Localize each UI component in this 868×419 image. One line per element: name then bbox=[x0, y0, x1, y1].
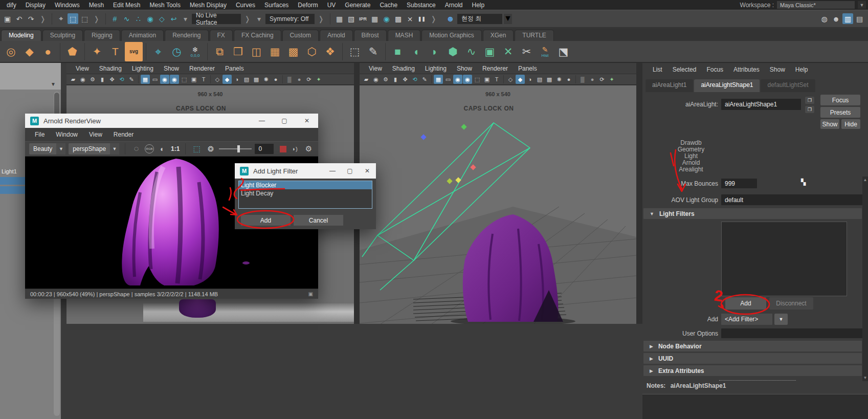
presets-button[interactable]: Presets bbox=[820, 107, 860, 118]
snap-grid-icon[interactable]: # bbox=[109, 13, 120, 24]
grid-toggle-icon[interactable]: ▦ bbox=[141, 75, 150, 84]
menu-item-generate[interactable]: Generate bbox=[340, 2, 375, 9]
pan-zoom-icon[interactable]: ✥ bbox=[107, 75, 117, 84]
menu-item-help[interactable]: Help bbox=[790, 66, 813, 73]
menu-item-focus[interactable]: Focus bbox=[701, 66, 728, 73]
snap-history-icon[interactable]: ↩ bbox=[168, 13, 179, 24]
add-button[interactable]: Add bbox=[241, 215, 291, 226]
texture-map-icon[interactable]: ▚ bbox=[801, 179, 806, 186]
subdiv-icon[interactable]: ▩ bbox=[284, 42, 302, 61]
frame-icon[interactable]: ⬚ bbox=[346, 42, 364, 61]
menu-item-renderer[interactable]: Renderer bbox=[477, 65, 513, 72]
poly-torus-icon[interactable]: ◎ bbox=[2, 42, 20, 61]
chevron-icon[interactable]: ❭ bbox=[428, 13, 439, 24]
show-button[interactable]: Show bbox=[820, 119, 839, 129]
camera-settings-icon[interactable]: ⚙ bbox=[381, 75, 390, 84]
tab-motion-graphics[interactable]: Motion Graphics bbox=[421, 30, 481, 41]
image-plane-icon[interactable]: ▣ bbox=[482, 75, 492, 84]
mirror-icon[interactable]: ◫ bbox=[248, 42, 265, 61]
chevron-down-icon[interactable]: ▼ bbox=[858, 1, 866, 9]
notes-area[interactable] bbox=[642, 394, 868, 419]
layered-texture-icon[interactable]: ⬔ bbox=[554, 42, 572, 61]
menu-item-show[interactable]: Show bbox=[452, 65, 477, 72]
menu-item-list[interactable]: List bbox=[648, 66, 667, 73]
menu-item-windows[interactable]: Windows bbox=[50, 2, 84, 9]
poly-diamond-icon[interactable]: ◆ bbox=[20, 42, 38, 61]
tab-aiarealightshape1[interactable]: aiAreaLightShape1 bbox=[694, 79, 760, 92]
minimize-button[interactable]: — bbox=[324, 163, 341, 179]
aov-dropdown[interactable]: Beauty ▼ bbox=[29, 143, 65, 155]
minimize-button[interactable]: — bbox=[251, 114, 273, 128]
render-frame-icon[interactable]: ▦ bbox=[334, 13, 345, 24]
texture-view-icon[interactable]: ▩ bbox=[393, 13, 404, 24]
refresh-icon[interactable]: ⟳ bbox=[597, 75, 607, 84]
close-button[interactable]: ✕ bbox=[359, 163, 376, 179]
camera-dropdown[interactable]: perspShape ▼ bbox=[69, 143, 119, 155]
attribute-editor-toggle-icon[interactable]: ▥ bbox=[842, 13, 853, 24]
channel-box-toggle-icon[interactable]: ▤ bbox=[854, 13, 865, 24]
option-light-decay[interactable]: Light Decay bbox=[239, 189, 372, 197]
tab-aiarealight1[interactable]: aiAreaLight1 bbox=[646, 79, 693, 92]
menu-item-panels[interactable]: Panels bbox=[220, 65, 249, 72]
snapshot-camera-icon[interactable]: ▣ bbox=[308, 291, 313, 297]
rgb-channel-icon[interactable]: RGB bbox=[145, 144, 154, 153]
shaded-wire-icon[interactable]: ◑ bbox=[525, 75, 535, 84]
tab-animation[interactable]: Animation bbox=[121, 30, 164, 41]
section-node-behavior[interactable]: ▶Node Behavior bbox=[643, 341, 862, 351]
chevron-icon[interactable]: ❭ bbox=[242, 13, 253, 24]
user-account-chip[interactable]: ☻ 현정 최 ▼ bbox=[445, 13, 512, 24]
exposure-field[interactable]: 0 bbox=[255, 144, 274, 154]
wireframe-icon[interactable]: ◇ bbox=[213, 75, 222, 84]
output-connection-icon[interactable]: ❐ bbox=[805, 106, 814, 113]
menu-item-mesh-tools[interactable]: Mesh Tools bbox=[145, 2, 185, 9]
section-uuid[interactable]: ▶UUID bbox=[643, 353, 862, 364]
orbit-icon[interactable]: ⟲ bbox=[117, 75, 126, 84]
uv-sew-icon[interactable]: ✂ bbox=[518, 42, 536, 61]
film-gate-icon[interactable]: ▭ bbox=[150, 75, 160, 84]
gate-mask-icon[interactable]: ◉ bbox=[170, 75, 179, 84]
wireframe-icon[interactable]: ◇ bbox=[506, 75, 515, 84]
workspace-value[interactable]: Maya Classic* bbox=[777, 1, 855, 9]
exposure-slider[interactable] bbox=[219, 148, 252, 149]
character-panel-icon[interactable]: ☻ bbox=[831, 13, 841, 24]
menu-item-mesh-display[interactable]: Mesh Display bbox=[185, 2, 231, 9]
shaded-icon[interactable]: ◆ bbox=[222, 75, 232, 84]
menu-item-mesh[interactable]: Mesh bbox=[84, 2, 108, 9]
snap-point-icon[interactable]: ∴ bbox=[133, 13, 144, 24]
caret-icon[interactable]: ▾ bbox=[254, 13, 264, 24]
slider-handle[interactable] bbox=[237, 145, 240, 152]
pan-zoom-icon[interactable]: ✥ bbox=[400, 75, 410, 84]
select-object-icon[interactable]: ⬚ bbox=[68, 13, 78, 24]
uv-plane-icon[interactable]: ■ bbox=[389, 42, 407, 61]
user-name[interactable]: 현정 최 bbox=[457, 14, 502, 24]
speaker-icon[interactable]: ◗) bbox=[290, 144, 300, 155]
lights-icon[interactable]: ✺ bbox=[554, 75, 564, 84]
focus-button[interactable]: Focus bbox=[820, 95, 860, 105]
safe-action-icon[interactable]: ⬚ bbox=[473, 75, 482, 84]
select-lasso-icon[interactable]: ⌖ bbox=[56, 13, 66, 24]
cancel-button[interactable]: Cancel bbox=[294, 215, 343, 226]
grid-toggle-icon[interactable]: ▦ bbox=[434, 75, 443, 84]
menu-item-arnold[interactable]: Arnold bbox=[440, 2, 468, 9]
resolution-gate-icon[interactable]: ◉ bbox=[453, 75, 462, 84]
menu-item-file[interactable]: File bbox=[29, 131, 50, 138]
gate-mask-icon[interactable]: ◉ bbox=[463, 75, 472, 84]
redo-icon[interactable]: ↷ bbox=[26, 13, 36, 24]
menu-item-edit-mesh[interactable]: Edit Mesh bbox=[108, 2, 145, 9]
display-render-icon[interactable]: ◉ bbox=[381, 13, 392, 24]
chevron-down-icon[interactable]: ▼ bbox=[504, 14, 512, 24]
paint-effects-icon[interactable]: ⨯ bbox=[405, 13, 415, 24]
camera-icon[interactable]: ◉ bbox=[371, 75, 381, 84]
multi-cut-icon[interactable]: ❖ bbox=[321, 42, 339, 61]
tab-fx[interactable]: FX bbox=[210, 30, 233, 41]
max-bounces-field[interactable]: 999 bbox=[721, 179, 757, 188]
tab-custom[interactable]: Custom bbox=[282, 30, 319, 41]
menu-item-shading[interactable]: Shading bbox=[94, 65, 127, 72]
zoom-ratio-button[interactable]: 1:1 bbox=[171, 145, 180, 152]
menu-item-surfaces[interactable]: Surfaces bbox=[260, 2, 293, 9]
image-plane-icon[interactable]: ▣ bbox=[189, 75, 198, 84]
camera-icon[interactable]: ◉ bbox=[78, 75, 87, 84]
aa-icon[interactable]: ● bbox=[588, 75, 597, 84]
camera-settings-icon[interactable]: ⚙ bbox=[88, 75, 97, 84]
combine-icon[interactable]: ❒ bbox=[229, 42, 247, 61]
